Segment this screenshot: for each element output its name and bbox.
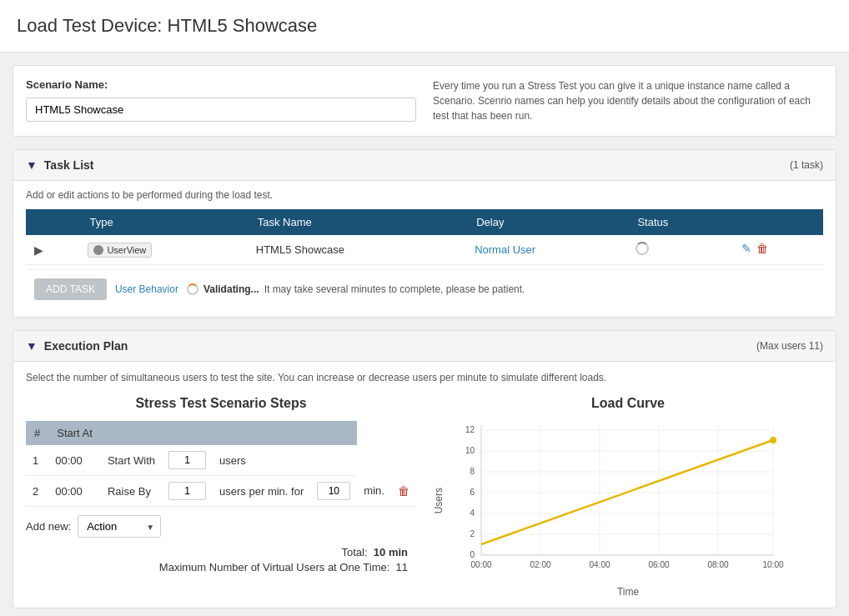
load-curve-section: Load Curve Users	[433, 396, 823, 598]
svg-text:06:00: 06:00	[648, 560, 669, 569]
task-list-header: ▼ Task List (1 task)	[13, 150, 836, 181]
step-col-start: Start At	[48, 421, 101, 445]
x-axis-label: Time	[433, 586, 823, 598]
col-header-status: Status	[627, 209, 733, 235]
stress-title: Stress Test Scenario Steps	[26, 396, 416, 411]
execution-plan-panel: ▼ Execution Plan (Max users 11) Select t…	[13, 330, 836, 608]
play-button[interactable]: ▶	[34, 243, 43, 257]
svg-text:0: 0	[470, 550, 475, 559]
svg-text:04:00: 04:00	[589, 560, 610, 569]
svg-text:10: 10	[465, 446, 475, 455]
step-value-1[interactable]	[168, 451, 206, 469]
user-view-badge: UserView	[88, 243, 152, 258]
user-view-label: UserView	[107, 245, 146, 255]
step-action-2: Raise By	[101, 476, 162, 507]
execution-plan-header: ▼ Execution Plan (Max users 11)	[13, 331, 836, 362]
svg-text:08:00: 08:00	[707, 560, 728, 569]
validating-status: Validating... It may take several minute…	[187, 283, 525, 295]
step-min-label: min.	[357, 476, 391, 507]
step-action-1: Start With	[101, 445, 162, 476]
task-list-description: Add or edit actions to be performed duri…	[26, 189, 823, 201]
max-users-value: 11	[396, 561, 408, 573]
scenario-help-text: Every time you run a Stress Test you can…	[433, 78, 823, 123]
svg-text:02:00: 02:00	[530, 560, 550, 569]
task-list-title: Task List	[44, 158, 94, 172]
execution-title: Execution Plan	[44, 339, 128, 353]
svg-line-26	[481, 440, 773, 544]
execution-description: Select the number of simultaneous users …	[26, 372, 823, 383]
delay-link[interactable]: Normal User	[475, 243, 535, 256]
max-users-row: Maximum Number of Virtual Users at One T…	[26, 561, 408, 573]
step-col-value	[162, 421, 213, 445]
total-row: Total: 10 min	[26, 546, 408, 558]
step-num-1: 1	[26, 445, 48, 476]
step-col-action	[101, 421, 162, 445]
userview-icon	[93, 245, 103, 255]
stress-section: Stress Test Scenario Steps # Start At	[26, 396, 416, 598]
step-col-num: #	[26, 421, 48, 445]
svg-text:6: 6	[470, 488, 475, 497]
validating-spinner-icon	[187, 283, 198, 295]
step-start-1: 00:00	[48, 445, 101, 476]
step-col-suffix	[213, 421, 310, 445]
scenario-label: Scenario Name:	[26, 78, 416, 91]
step-value-2[interactable]	[168, 482, 206, 500]
task-name-cell: HTML5 Showcase	[248, 235, 466, 265]
action-select[interactable]: Action Start With Raise By Lower By	[78, 515, 161, 538]
svg-text:00:00: 00:00	[470, 560, 491, 569]
load-curve-title: Load Curve	[433, 396, 823, 411]
action-select-wrap: Action Start With Raise By Lower By ▼	[78, 515, 161, 538]
y-axis-label: Users	[433, 488, 445, 513]
validating-label: Validating...	[203, 283, 259, 295]
col-header-empty	[26, 209, 79, 235]
task-list-meta: (1 task)	[790, 159, 823, 171]
page-title: Load Test Device: HTML5 Showcase	[17, 15, 832, 37]
svg-point-27	[770, 437, 776, 443]
task-list-toggle-icon[interactable]: ▼	[26, 158, 38, 172]
step-row-1: 1 00:00 Start With users	[26, 445, 416, 476]
step-row-2: 2 00:00 Raise By users per min. for min.…	[26, 476, 416, 507]
svg-text:2: 2	[470, 529, 475, 538]
col-header-actions	[733, 209, 823, 235]
scenario-panel: Scenario Name: Every time you run a Stre…	[13, 65, 836, 137]
delete-step-2-button[interactable]: 🗑	[398, 484, 409, 498]
execution-toggle-icon[interactable]: ▼	[26, 339, 38, 353]
table-row: ▶ UserView HTML5 Showcase Normal User ✎	[26, 235, 823, 265]
delete-button[interactable]: 🗑	[756, 242, 768, 255]
col-header-task-name: Task Name	[248, 209, 466, 235]
step-start-2: 00:00	[48, 476, 101, 507]
task-table: Type Task Name Delay Status ▶ UserView	[26, 209, 823, 265]
total-value: 10 min	[374, 546, 408, 558]
add-task-button[interactable]: ADD TASK	[34, 278, 107, 300]
step-col-delete	[310, 421, 357, 445]
col-header-type: Type	[79, 209, 247, 235]
edit-button[interactable]: ✎	[741, 242, 751, 255]
svg-text:4: 4	[470, 508, 475, 518]
add-new-row: Add new: Action Start With Raise By Lowe…	[26, 515, 416, 538]
svg-text:8: 8	[470, 467, 475, 476]
stress-table: # Start At 1 00:00	[26, 421, 416, 507]
status-spinner	[635, 242, 649, 255]
totals: Total: 10 min Maximum Number of Virtual …	[26, 546, 416, 573]
svg-text:12: 12	[465, 425, 475, 434]
user-behavior-link[interactable]: User Behavior	[115, 283, 178, 295]
execution-meta: (Max users 11)	[756, 340, 823, 352]
task-footer: ADD TASK User Behavior Validating... It …	[26, 269, 823, 308]
load-chart: 0 2 4 6 8 10 12 00:00 02:00 04:00	[448, 418, 781, 584]
total-label: Total:	[342, 546, 368, 558]
max-users-label: Maximum Number of Virtual Users at One T…	[159, 561, 389, 573]
validating-message: It may take several minutes to complete,…	[264, 283, 525, 295]
step-num-2: 2	[26, 476, 48, 507]
add-new-label: Add new:	[26, 520, 71, 533]
step-min-value-2[interactable]	[317, 482, 350, 500]
scenario-name-input[interactable]	[26, 98, 416, 122]
task-list-panel: ▼ Task List (1 task) Add or edit actions…	[13, 149, 836, 318]
step-suffix-2: users per min. for	[213, 476, 310, 507]
step-suffix-1: users	[213, 445, 310, 476]
col-header-delay: Delay	[466, 209, 627, 235]
svg-text:10:00: 10:00	[762, 560, 783, 569]
page-header: Load Test Device: HTML5 Showcase	[0, 0, 849, 53]
